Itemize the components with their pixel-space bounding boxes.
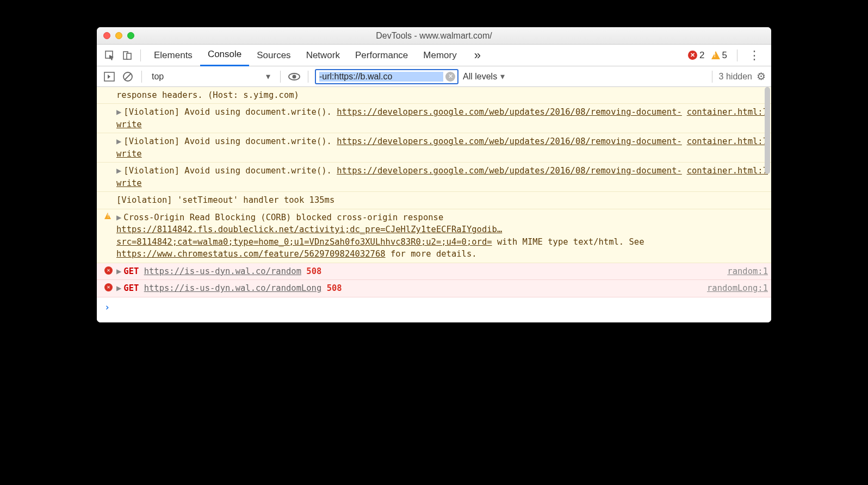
more-tabs-button[interactable]: » (467, 45, 488, 66)
error-count: 2 (699, 50, 704, 61)
message-source-link[interactable]: container.html:7 (687, 165, 768, 177)
context-selector[interactable]: top (148, 70, 274, 83)
console-err-row: randomLong:1✕▶GET https://is-us-dyn.wal.… (97, 280, 771, 297)
expand-icon[interactable]: ▶ (116, 135, 121, 147)
svg-rect-2 (127, 53, 131, 59)
expand-icon[interactable]: ▶ (116, 106, 121, 118)
corb-docs-link[interactable]: https://www.chromestatus.com/feature/562… (116, 249, 386, 259)
divider (280, 71, 281, 83)
sidebar-toggle-icon[interactable] (102, 70, 116, 84)
clear-filter-icon[interactable]: ✕ (445, 72, 455, 82)
error-count-badge[interactable]: ✕ 2 (688, 50, 704, 61)
clear-console-icon[interactable] (121, 70, 135, 84)
tab-console[interactable]: Console (200, 45, 249, 66)
warning-icon (104, 213, 111, 219)
console-warn-row: [Violation] 'setTimeout' handler took 13… (97, 192, 771, 209)
inspect-icon[interactable] (102, 48, 117, 63)
svg-line-5 (125, 73, 131, 80)
message-source-link[interactable]: randomLong:1 (707, 282, 768, 294)
console-err-row: random:1✕▶GET https://is-us-dyn.wal.co/r… (97, 263, 771, 280)
divider (308, 71, 308, 83)
warning-count-badge[interactable]: 5 (711, 50, 727, 61)
svg-point-7 (293, 74, 296, 78)
console-prompt[interactable]: › (97, 297, 771, 323)
warning-count: 5 (722, 50, 727, 61)
console-toolbar: top ✕ All levels 3 hidden ⚙ (97, 66, 771, 87)
message-source-link[interactable]: container.html:7 (687, 106, 768, 118)
violation-docs-link[interactable]: https://developers.google.com/web/update… (116, 107, 682, 129)
divider (712, 71, 712, 83)
error-icon: ✕ (104, 266, 113, 275)
prompt-caret-icon: › (104, 302, 110, 313)
settings-menu-icon[interactable]: ⋮ (743, 48, 766, 63)
devtools-window: DevTools - www.walmart.com/ ElementsCons… (97, 27, 771, 322)
error-icon: ✕ (688, 51, 697, 60)
panel-tabs: ElementsConsoleSourcesNetworkPerformance… (97, 45, 771, 66)
console-warn-row: container.html:7▶[Violation] Avoid using… (97, 104, 771, 133)
device-mode-icon[interactable] (120, 48, 135, 63)
context-value: top (152, 72, 164, 82)
message-text: response headers. (Host: s.yimg.com) (116, 90, 299, 100)
request-method: GET (123, 283, 144, 293)
expand-icon[interactable]: ▶ (116, 165, 121, 177)
console-settings-icon[interactable]: ⚙ (757, 70, 766, 83)
log-levels-selector[interactable]: All levels (463, 71, 505, 82)
console-warn-row: container.html:7▶[Violation] Avoid using… (97, 163, 771, 192)
expand-icon[interactable]: ▶ (116, 212, 121, 223)
divider (141, 71, 142, 83)
tab-elements[interactable]: Elements (146, 45, 200, 66)
tab-network[interactable]: Network (299, 45, 348, 66)
divider (140, 49, 141, 61)
tab-memory[interactable]: Memory (416, 45, 464, 66)
console-warn-row: response headers. (Host: s.yimg.com) (97, 87, 771, 104)
message-source-link[interactable]: random:1 (727, 265, 768, 277)
window-title: DevTools - www.walmart.com/ (97, 31, 771, 41)
violation-docs-link[interactable]: https://developers.google.com/web/update… (116, 136, 682, 158)
corb-response-link[interactable]: https://8114842.fls.doubleclick.net/acti… (116, 225, 502, 246)
levels-label: All levels (463, 72, 497, 82)
filter-input[interactable] (319, 72, 443, 82)
violation-docs-link[interactable]: https://developers.google.com/web/update… (116, 166, 682, 188)
status-code: 508 (321, 283, 342, 293)
scrollbar[interactable] (765, 87, 770, 174)
filter-input-wrap: ✕ (315, 69, 458, 84)
expand-icon[interactable]: ▶ (116, 265, 121, 277)
message-text: [Violation] 'setTimeout' handler took 13… (116, 195, 334, 205)
request-url[interactable]: https://is-us-dyn.wal.co/random (144, 266, 301, 276)
console-messages: response headers. (Host: s.yimg.com)cont… (97, 87, 771, 322)
message-source-link[interactable]: container.html:7 (687, 135, 768, 147)
expand-icon[interactable]: ▶ (116, 282, 121, 294)
console-warn-row: container.html:7▶[Violation] Avoid using… (97, 133, 771, 163)
request-url[interactable]: https://is-us-dyn.wal.co/randomLong (144, 283, 322, 293)
titlebar: DevTools - www.walmart.com/ (97, 27, 771, 45)
warning-icon (711, 51, 720, 59)
error-icon: ✕ (104, 283, 113, 291)
tab-performance[interactable]: Performance (348, 45, 416, 66)
status-code: 508 (301, 266, 321, 276)
live-expression-icon[interactable] (287, 70, 301, 84)
divider (737, 49, 737, 61)
console-warn-row: ▶Cross-Origin Read Blocking (CORB) block… (97, 209, 771, 263)
tab-sources[interactable]: Sources (249, 45, 298, 66)
hidden-count[interactable]: 3 hidden (719, 72, 752, 82)
request-method: GET (123, 266, 144, 276)
